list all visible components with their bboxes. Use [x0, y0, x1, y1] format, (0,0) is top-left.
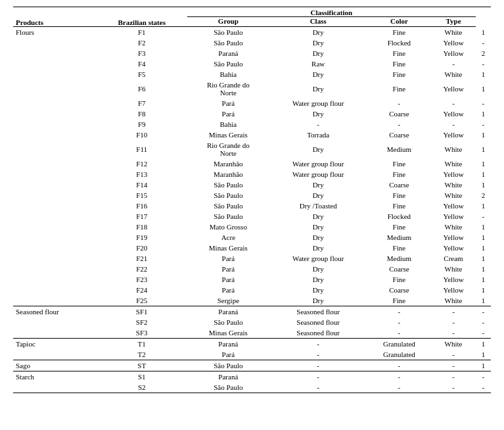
table-row: F12MaranhãoWater group flourFineWhite1	[13, 158, 491, 169]
color-cell: -	[431, 306, 476, 318]
color-cell: Yellow	[431, 108, 476, 119]
code-cell: ST	[97, 360, 187, 371]
state-cell: Pará	[187, 274, 269, 285]
product-cell	[13, 190, 97, 201]
class-cell: Fine	[367, 201, 432, 211]
type-cell: 1	[476, 264, 491, 274]
code-cell: F21	[97, 253, 187, 264]
code-cell: F1	[97, 27, 187, 38]
class-cell: Coarse	[367, 285, 432, 295]
state-cell: São Paulo	[187, 59, 269, 69]
product-cell	[13, 179, 97, 190]
product-cell	[13, 232, 97, 243]
products-header: Products	[13, 7, 97, 27]
color-cell: White	[431, 264, 476, 274]
color-cell: Yellow	[431, 130, 476, 140]
color-cell: Yellow	[431, 48, 476, 59]
table-row: TapiocT1Paraná-GranulatedWhite1	[13, 339, 491, 350]
color-cell: -	[431, 382, 476, 393]
table-row: SF3Minas GeraisSeasoned flour---	[13, 327, 491, 339]
code-cell: F15	[97, 190, 187, 201]
color-cell: Cream	[431, 253, 476, 264]
type-cell: 1	[476, 243, 491, 253]
classification-header: Classification	[187, 7, 476, 17]
state-cell: Sergipe	[187, 295, 269, 306]
group-cell: Water group flour	[269, 98, 367, 108]
code-cell: F6	[97, 80, 187, 98]
type-header: Type	[431, 17, 476, 27]
table-row: SF2São PauloSeasoned flour---	[13, 317, 491, 327]
type-cell: -	[476, 59, 491, 69]
group-cell: Dry	[269, 285, 367, 295]
type-cell: 1	[476, 201, 491, 211]
code-cell: F24	[97, 285, 187, 295]
group-cell: Dry	[269, 27, 367, 38]
group-cell: -	[269, 382, 367, 393]
color-cell: White	[431, 140, 476, 158]
class-cell: -	[367, 119, 432, 130]
type-cell: -	[476, 37, 491, 48]
product-cell	[13, 98, 97, 108]
table-row: F2São PauloDryFlockedYellow-	[13, 37, 491, 48]
state-cell: Bahia	[187, 119, 269, 130]
product-cell	[13, 69, 97, 80]
table-row: F13MaranhãoWater group flourFineYellow1	[13, 169, 491, 179]
group-cell: Water group flour	[269, 158, 367, 169]
group-cell: Water group flour	[269, 253, 367, 264]
group-cell: Dry	[269, 243, 367, 253]
group-cell: Seasoned flour	[269, 327, 367, 339]
product-cell	[13, 48, 97, 59]
table-row: F4São PauloRawFine--	[13, 59, 491, 69]
table-row: F23ParáDryFineYellow1	[13, 274, 491, 285]
code-cell: F20	[97, 243, 187, 253]
table-row: F10Minas GeraisTorradaCoarseYellow1	[13, 130, 491, 140]
class-cell: Coarse	[367, 130, 432, 140]
type-cell: -	[476, 119, 491, 130]
code-cell: SF2	[97, 317, 187, 327]
class-cell: Medium	[367, 140, 432, 158]
type-cell: 1	[476, 130, 491, 140]
code-cell: F10	[97, 130, 187, 140]
state-cell: Pará	[187, 98, 269, 108]
class-cell: Fine	[367, 169, 432, 179]
product-cell	[13, 59, 97, 69]
color-cell: Yellow	[431, 243, 476, 253]
class-cell: Fine	[367, 59, 432, 69]
class-cell: -	[367, 98, 432, 108]
table-row: F25SergipeDryFineWhite1	[13, 295, 491, 306]
group-cell: Seasoned flour	[269, 306, 367, 318]
type-cell: 1	[476, 27, 491, 38]
color-cell: Yellow	[431, 285, 476, 295]
table-row: F20Minas GeraisDryFineYellow1	[13, 243, 491, 253]
type-cell: 2	[476, 48, 491, 59]
class-cell: -	[367, 327, 432, 339]
group-cell: -	[269, 371, 367, 383]
state-cell: Pará	[187, 285, 269, 295]
color-cell: White	[431, 158, 476, 169]
table-row: F5BahiaDryFineWhite1	[13, 69, 491, 80]
class-cell: -	[367, 360, 432, 371]
product-cell	[13, 37, 97, 48]
group-cell: Dry	[269, 274, 367, 285]
code-cell: F22	[97, 264, 187, 274]
code-cell: T2	[97, 349, 187, 360]
product-cell	[13, 80, 97, 98]
state-cell: Bahia	[187, 69, 269, 80]
class-cell: Granulated	[367, 339, 432, 350]
product-cell	[13, 201, 97, 211]
class-cell: Fine	[367, 222, 432, 232]
code-cell: F16	[97, 201, 187, 211]
color-cell: -	[431, 371, 476, 383]
group-cell: Dry	[269, 179, 367, 190]
color-cell: Yellow	[431, 201, 476, 211]
state-cell: Maranhão	[187, 158, 269, 169]
type-cell: 1	[476, 360, 491, 371]
product-cell	[13, 317, 97, 327]
code-cell: T1	[97, 339, 187, 350]
type-cell: 1	[476, 179, 491, 190]
code-cell: S2	[97, 382, 187, 393]
table-row: SagoSTSão Paulo---1	[13, 360, 491, 371]
group-cell: Dry	[269, 295, 367, 306]
code-cell: F13	[97, 169, 187, 179]
color-cell: White	[431, 27, 476, 38]
